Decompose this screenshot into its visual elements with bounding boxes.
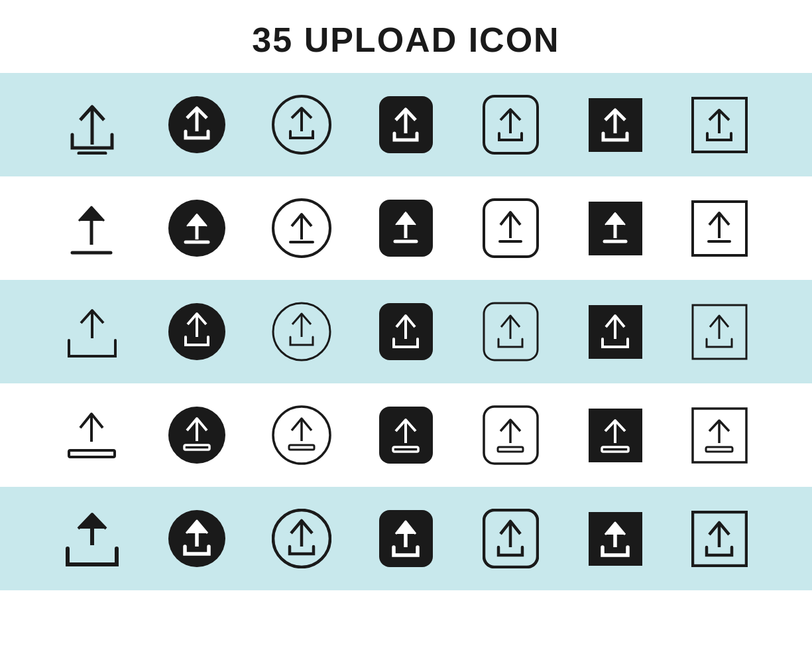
upload-icon-circle-outline-2 <box>259 188 345 268</box>
upload-icon-rounded-filled-4 <box>363 395 449 475</box>
upload-icon-bare-4 <box>49 395 135 475</box>
upload-icon-circle-filled-1 <box>154 85 240 164</box>
upload-icon-rounded-filled-5 <box>363 499 449 578</box>
icon-row-2 <box>0 176 812 280</box>
svg-rect-48 <box>69 450 115 457</box>
upload-icon-bare-5 <box>49 499 135 578</box>
upload-icon-square-outline-1 <box>677 85 763 164</box>
upload-icon-circle-filled-2 <box>154 188 240 268</box>
svg-rect-54 <box>289 445 314 450</box>
upload-icon-circle-filled-5 <box>154 499 240 578</box>
page-title: 35 UPLOAD ICON <box>0 0 812 73</box>
upload-icon-rounded-outline-2 <box>467 188 553 268</box>
svg-rect-66 <box>706 447 732 452</box>
icon-row-3 <box>0 280 812 383</box>
upload-icon-rounded-outline-3 <box>467 292 553 371</box>
upload-icon-square-filled-2 <box>572 188 658 268</box>
upload-icon-square-outline-4 <box>677 395 763 475</box>
svg-rect-60 <box>498 447 523 452</box>
upload-icon-square-outline-2 <box>677 188 763 268</box>
upload-icon-square-filled-5 <box>572 499 658 578</box>
upload-icon-circle-outline-1 <box>259 85 345 164</box>
icon-row-4 <box>0 383 812 487</box>
upload-icon-rounded-filled-3 <box>363 292 449 371</box>
upload-icon-bare-3 <box>49 292 135 371</box>
upload-icon-circle-filled-3 <box>154 292 240 371</box>
upload-icon-rounded-filled-1 <box>363 85 449 164</box>
upload-icon-square-filled-3 <box>572 292 658 371</box>
upload-icon-bare-1 <box>49 85 135 164</box>
upload-icon-circle-outline-4 <box>259 395 345 475</box>
upload-icon-square-outline-3 <box>677 292 763 371</box>
upload-icon-rounded-outline-4 <box>467 395 553 475</box>
upload-icon-bare-2 <box>49 188 135 268</box>
upload-icon-rounded-outline-1 <box>467 85 553 164</box>
icon-row-1 <box>0 73 812 176</box>
icon-row-5 <box>0 487 812 590</box>
upload-icon-rounded-outline-5 <box>467 499 553 578</box>
upload-icon-circle-filled-4 <box>154 395 240 475</box>
upload-icon-square-filled-1 <box>572 85 658 164</box>
upload-icon-circle-outline-5 <box>259 499 345 578</box>
icon-grid <box>0 73 812 590</box>
upload-icon-circle-outline-3 <box>259 292 345 371</box>
upload-icon-square-outline-5 <box>677 499 763 578</box>
upload-icon-square-filled-4 <box>572 395 658 475</box>
upload-icon-rounded-filled-2 <box>363 188 449 268</box>
